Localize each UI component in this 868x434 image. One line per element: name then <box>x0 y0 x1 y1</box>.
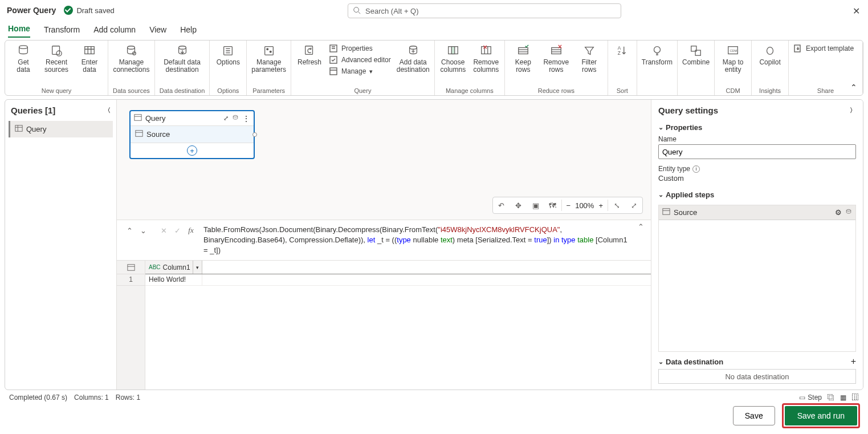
cancel-formula-button[interactable]: ✕ <box>158 225 169 236</box>
fullscreen-button[interactable]: ⤢ <box>625 197 642 213</box>
link-icon[interactable] <box>232 114 239 123</box>
undo-button[interactable]: ↶ <box>493 197 510 213</box>
step-link-icon[interactable] <box>845 208 852 217</box>
diagram-view-toolbar: ↶ ✥ ▣ 🗺 − 100% + ⤡ ⤢ <box>492 197 643 214</box>
save-and-run-button[interactable]: Save and run <box>785 406 857 425</box>
choose-columns-button[interactable]: Choose columns <box>439 44 467 74</box>
combine-button[interactable]: Combine <box>682 44 710 66</box>
add-data-destination-button[interactable]: Add data destination <box>397 44 430 74</box>
map-button[interactable]: 🗺 <box>544 197 561 213</box>
step-view-button[interactable]: ▭Step <box>799 394 822 401</box>
search-input[interactable]: Search (Alt + Q) <box>348 3 621 18</box>
name-label: Name <box>658 135 856 143</box>
zoom-out-button[interactable]: − <box>567 201 571 210</box>
copilot-button[interactable]: Copilot <box>756 44 784 66</box>
diagram-area[interactable]: Query ⤢ ⋮ Source + ↶ ✥ ▣ 🗺 <box>117 100 651 220</box>
recent-sources-button[interactable]: Recent sources <box>43 44 70 74</box>
sort-button[interactable]: AZ <box>613 44 632 58</box>
connector-icon <box>252 132 257 137</box>
add-destination-button[interactable]: + <box>851 356 856 367</box>
query-name-input[interactable] <box>658 144 856 159</box>
tab-strip: Home Transform Add column View Help <box>0 21 868 38</box>
data-destination-toggle[interactable]: ⌄Data destination <box>658 358 723 366</box>
keep-rows-icon <box>515 44 531 58</box>
group-label-data-destination: Data destination <box>160 86 205 94</box>
svg-rect-23 <box>330 56 337 63</box>
remove-rows-button[interactable]: Remove rows <box>543 44 570 74</box>
info-icon[interactable]: i <box>692 165 700 173</box>
save-and-run-highlight: Save and run <box>782 403 860 428</box>
fx-icon[interactable]: fx <box>185 225 197 236</box>
refresh-button[interactable]: Refresh <box>296 44 323 66</box>
remove-columns-button[interactable]: Remove columns <box>472 44 500 74</box>
collapse-queries-button[interactable]: 〈 <box>104 106 111 115</box>
table-row[interactable]: Hello World! <box>145 274 651 286</box>
enter-data-button[interactable]: Enter data <box>76 44 103 74</box>
step-forward-button[interactable]: ⌄ <box>137 225 149 236</box>
step-icon: ▭ <box>799 394 805 401</box>
query-diagram-card[interactable]: Query ⤢ ⋮ Source + <box>129 110 255 159</box>
save-button[interactable]: Save <box>733 406 775 425</box>
column-header-column1[interactable]: ABC Column1 ▾ <box>145 261 202 274</box>
more-icon[interactable]: ⋮ <box>242 114 250 123</box>
svg-line-1 <box>358 11 361 14</box>
parameters-icon <box>261 44 277 58</box>
tab-view[interactable]: View <box>149 25 166 38</box>
diagram-view-button[interactable]: ⿻ <box>828 394 834 401</box>
table-icon <box>134 113 142 123</box>
filter-rows-button[interactable]: Filter rows <box>576 44 603 74</box>
tab-help[interactable]: Help <box>180 25 197 38</box>
check-icon <box>64 6 73 15</box>
expand-icon[interactable]: ⤢ <box>223 115 229 122</box>
collapse-view-button[interactable]: ⤡ <box>608 197 625 213</box>
collapse-ribbon-button[interactable]: ⌃ <box>850 83 857 92</box>
tab-transform[interactable]: Transform <box>44 25 80 38</box>
expand-formula-button[interactable]: ⌃ <box>634 222 647 231</box>
remove-rows-icon <box>548 44 564 58</box>
grid-view-button[interactable]: ▦ <box>840 394 846 401</box>
export-template-button[interactable]: Export template <box>793 44 854 53</box>
column-dropdown-button[interactable]: ▾ <box>193 261 202 274</box>
manage-connections-button[interactable]: Manage connections <box>113 44 149 74</box>
pan-button[interactable]: ✥ <box>510 197 527 213</box>
step-back-button[interactable]: ⌃ <box>124 225 135 236</box>
advanced-editor-button[interactable]: Advanced editor <box>329 55 391 64</box>
close-button[interactable]: ✕ <box>853 6 860 17</box>
accept-formula-button[interactable]: ✓ <box>172 225 183 236</box>
step-item-source[interactable]: Source ⚙ <box>659 205 855 220</box>
svg-rect-16 <box>264 47 273 55</box>
remove-columns-icon <box>478 44 494 58</box>
row-number[interactable]: 1 <box>117 274 145 286</box>
tab-home[interactable]: Home <box>8 24 30 38</box>
fit-button[interactable]: ▣ <box>527 197 544 213</box>
map-to-entity-button[interactable]: CDMMap to entity <box>719 44 747 74</box>
tab-add-column[interactable]: Add column <box>93 25 136 38</box>
transform-button[interactable]: Transform <box>642 44 673 66</box>
options-button[interactable]: Options <box>214 44 242 66</box>
svg-rect-39 <box>552 48 561 54</box>
diagram-step-source[interactable]: Source <box>131 126 254 143</box>
svg-point-4 <box>56 51 62 56</box>
keep-rows-button[interactable]: Keep rows <box>510 44 537 74</box>
type-icon: ABC <box>149 264 161 270</box>
properties-button[interactable]: Properties <box>329 44 373 53</box>
formula-text[interactable]: Table.FromRows(Json.Document(Binary.Deco… <box>200 222 634 258</box>
database-icon <box>15 44 31 58</box>
grid-corner[interactable] <box>117 261 145 274</box>
status-columns: Columns: 1 <box>74 394 109 401</box>
collapse-settings-button[interactable]: 〉 <box>850 106 856 115</box>
group-label-sort: Sort <box>617 86 628 94</box>
gear-icon[interactable]: ⚙ <box>835 208 842 217</box>
get-data-button[interactable]: Get data <box>10 44 37 74</box>
manage-parameters-button[interactable]: Manage parameters <box>251 44 286 74</box>
cell[interactable]: Hello World! <box>145 274 202 285</box>
default-destination-button[interactable]: Default data destination <box>164 44 201 74</box>
add-step-button[interactable]: + <box>187 145 197 156</box>
schema-view-button[interactable]: ⿲ <box>852 394 859 401</box>
properties-section-toggle[interactable]: ⌄Properties <box>658 123 856 132</box>
svg-point-67 <box>846 209 851 211</box>
zoom-in-button[interactable]: + <box>598 201 603 210</box>
applied-steps-toggle[interactable]: ⌄Applied steps <box>658 190 856 199</box>
query-list-item[interactable]: Query <box>9 121 113 137</box>
manage-button[interactable]: Manage▾ <box>329 67 373 76</box>
